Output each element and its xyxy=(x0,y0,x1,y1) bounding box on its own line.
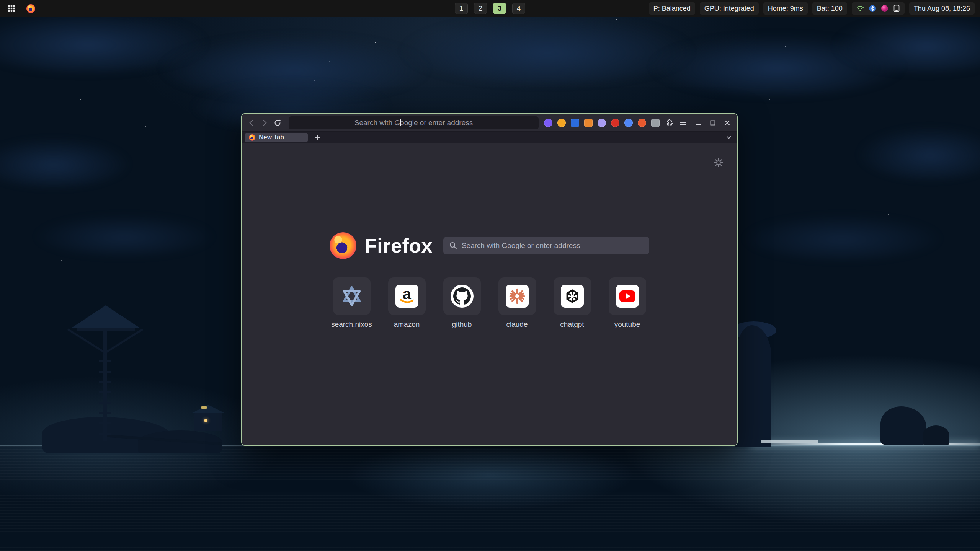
reload-button[interactable] xyxy=(272,117,283,129)
beach-strip xyxy=(761,440,818,443)
forward-icon xyxy=(260,119,269,127)
text-caret xyxy=(400,119,401,126)
statusbar-left xyxy=(5,2,37,15)
bluetooth-icon[interactable] xyxy=(869,5,876,12)
maximize-icon xyxy=(709,119,716,126)
minimize-icon xyxy=(695,119,702,126)
workspace-4[interactable]: 4 xyxy=(512,3,525,14)
back-button[interactable] xyxy=(246,117,257,129)
wifi-icon[interactable] xyxy=(856,5,864,12)
tile xyxy=(498,277,536,315)
battery-status[interactable]: Bat: 100 xyxy=(812,2,847,15)
app-launcher-button[interactable] xyxy=(5,2,18,15)
extension-icon-6[interactable] xyxy=(611,119,619,127)
desktop: 1 2 3 4 P: Balanced GPU: Integrated Home… xyxy=(0,0,980,551)
shortcut-youtube[interactable]: youtube xyxy=(600,277,655,329)
forward-button[interactable] xyxy=(259,117,270,129)
gpu-status[interactable]: GPU: Integrated xyxy=(700,2,759,15)
watchtower-brace xyxy=(67,329,107,355)
extension-icon-8[interactable] xyxy=(638,119,646,127)
tile xyxy=(609,277,646,315)
network-latency-status[interactable]: Home: 9ms xyxy=(763,2,808,15)
list-all-tabs-button[interactable] xyxy=(724,133,734,142)
chevron-down-icon xyxy=(726,134,732,140)
minimize-button[interactable] xyxy=(693,117,704,129)
shortcut-chatgpt[interactable]: chatgpt xyxy=(545,277,600,329)
shortcut-search-nixos[interactable]: search.nixos xyxy=(324,277,379,329)
browser-toolbar: Search with Google or enter address xyxy=(242,114,737,132)
shortcut-label: claude xyxy=(506,320,528,329)
close-button[interactable] xyxy=(722,117,733,129)
back-icon xyxy=(247,119,256,127)
tab-favicon-firefox xyxy=(249,134,255,141)
hamburger-icon xyxy=(679,119,687,127)
firefox-window: Search with Google or enter address xyxy=(241,113,738,446)
shortcut-label: chatgpt xyxy=(560,320,584,329)
reload-icon xyxy=(273,119,282,127)
workspace-2[interactable]: 2 xyxy=(474,3,487,14)
workspace-3-active[interactable]: 3 xyxy=(493,3,506,14)
tab-bar: New Tab xyxy=(242,132,737,143)
newtab-search xyxy=(443,237,649,254)
island-hut xyxy=(194,412,222,431)
firefox-launcher-button[interactable] xyxy=(24,2,37,15)
status-bar: 1 2 3 4 P: Balanced GPU: Integrated Home… xyxy=(0,0,980,17)
youtube-icon xyxy=(616,285,639,308)
tab-new-tab[interactable]: New Tab xyxy=(245,133,308,142)
clock[interactable]: Thu Aug 08, 18:26 xyxy=(909,2,975,15)
display-icon[interactable] xyxy=(893,5,900,12)
shortcut-label: amazon xyxy=(394,320,420,329)
github-icon xyxy=(451,285,474,308)
cloud xyxy=(34,214,214,256)
extension-icon-4[interactable] xyxy=(584,119,593,127)
tile xyxy=(333,277,371,315)
extension-icon-5[interactable] xyxy=(598,119,606,127)
shortcut-amazon[interactable]: a amazon xyxy=(379,277,434,329)
shortcut-label: youtube xyxy=(614,320,640,329)
power-profile-status[interactable]: P: Balanced xyxy=(649,2,695,15)
url-bar[interactable]: Search with Google or enter address xyxy=(289,116,539,129)
firefox-icon xyxy=(26,4,35,13)
extension-icon-3[interactable] xyxy=(571,119,579,127)
newtab-hero: Firefox xyxy=(242,232,737,329)
extension-icon-2[interactable] xyxy=(557,119,566,127)
watchtower-ladder xyxy=(99,352,111,440)
maximize-button[interactable] xyxy=(707,117,719,129)
new-tab-button[interactable] xyxy=(312,133,322,142)
play-icon xyxy=(626,293,630,299)
tile: a xyxy=(388,277,426,315)
workspace-1[interactable]: 1 xyxy=(455,3,468,14)
extensions-button[interactable] xyxy=(664,117,676,129)
extension-icon-7[interactable] xyxy=(624,119,633,127)
window-controls xyxy=(693,117,733,129)
far-rock xyxy=(880,406,926,445)
puzzle-icon xyxy=(666,119,674,127)
watchtower-roof xyxy=(72,305,139,328)
gear-icon xyxy=(714,158,724,168)
firefox-logo xyxy=(330,232,356,259)
system-tray xyxy=(852,2,905,15)
shortcut-tiles: search.nixos a xyxy=(324,277,655,329)
newtab-search-input[interactable] xyxy=(443,237,649,254)
claude-icon xyxy=(506,285,529,308)
shortcut-label: search.nixos xyxy=(331,320,372,329)
tile xyxy=(443,277,481,315)
url-bar-placeholder: Search with Google or enter address xyxy=(354,119,473,127)
sea-texture xyxy=(0,446,980,551)
extension-icon-1[interactable] xyxy=(544,119,552,127)
menu-button[interactable] xyxy=(677,117,689,129)
personalize-button[interactable] xyxy=(713,157,724,168)
media-indicator-icon[interactable] xyxy=(881,5,889,12)
nixos-snowflake-icon xyxy=(340,284,364,308)
shortcut-claude[interactable]: claude xyxy=(490,277,545,329)
far-rock xyxy=(923,425,949,445)
tab-title: New Tab xyxy=(259,134,284,141)
shortcut-github[interactable]: github xyxy=(434,277,490,329)
statusbar-right: P: Balanced GPU: Integrated Home: 9ms Ba… xyxy=(649,2,975,15)
workspace-switcher: 1 2 3 4 xyxy=(455,0,525,17)
island-rocks-right xyxy=(720,325,934,452)
firefox-wordmark: Firefox xyxy=(365,234,433,257)
extension-icon-9[interactable] xyxy=(651,119,660,127)
rock-pillar xyxy=(735,325,771,447)
apps-grid-icon xyxy=(8,5,15,12)
